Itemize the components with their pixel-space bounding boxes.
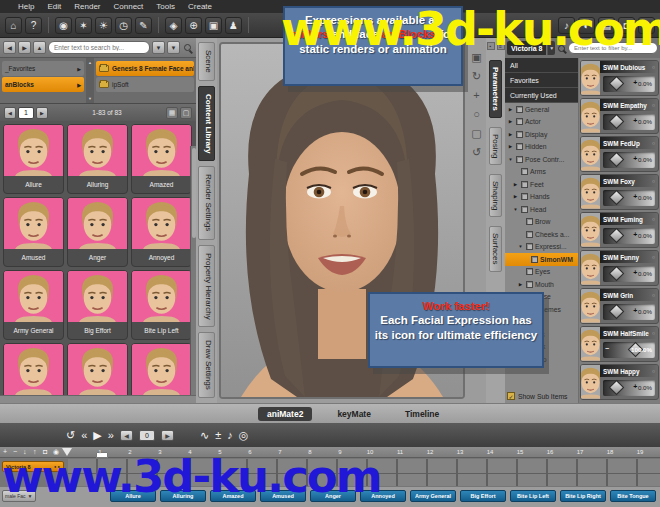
gear-icon[interactable]: ○ bbox=[652, 330, 655, 336]
expander-icon[interactable]: ▶ bbox=[507, 107, 514, 112]
tree-item-expressi[interactable]: ▼Expressi... bbox=[505, 241, 578, 254]
tree-item-hands[interactable]: ▶Hands bbox=[505, 191, 578, 204]
tree-item-simonwm[interactable]: SimonWM bbox=[505, 253, 578, 266]
tab-scene[interactable]: Scene bbox=[198, 42, 215, 81]
menu-edit[interactable]: Edit bbox=[47, 2, 61, 11]
tab-shaping[interactable]: Shaping bbox=[489, 174, 502, 217]
expression-thumb-bite-lip-right[interactable]: Bite Lip Right bbox=[3, 343, 64, 395]
expression-button-big-effort[interactable]: Big Effort bbox=[460, 490, 506, 502]
quick-filter-currently-used[interactable]: Currently Used bbox=[505, 88, 578, 103]
slider-handle[interactable] bbox=[609, 152, 625, 168]
folder-item-favorites[interactable]: _Favorites▶ bbox=[2, 61, 84, 76]
tree-item-eyes[interactable]: Eyes bbox=[505, 266, 578, 279]
tab-draw-settings[interactable]: Draw Settings bbox=[198, 332, 215, 398]
page-number[interactable]: 1 bbox=[18, 107, 34, 119]
expression-thumb-blow-kiss[interactable]: Blow Kiss bbox=[131, 343, 192, 395]
slider-swm-dubious[interactable]: SWM Dubious○+0.0% bbox=[580, 60, 659, 96]
tab-surfaces[interactable]: Surfaces bbox=[489, 226, 502, 272]
gear-icon[interactable]: ○ bbox=[652, 178, 655, 184]
tree-item-cheeks-a[interactable]: Cheeks a... bbox=[505, 228, 578, 241]
tab-content-library[interactable]: Content Library bbox=[198, 86, 215, 162]
slider-swm-grin[interactable]: SWM Grin○+0.0% bbox=[580, 288, 659, 324]
menu-create[interactable]: Create bbox=[188, 2, 212, 11]
daz-home-icon[interactable]: ⌂ bbox=[5, 17, 22, 34]
slider-handle[interactable] bbox=[609, 228, 625, 244]
forward-button[interactable]: ▶ bbox=[18, 41, 31, 54]
horizontal-scrollbar[interactable] bbox=[0, 395, 196, 403]
expression-thumb-anger[interactable]: Anger bbox=[67, 197, 128, 267]
search-icon[interactable] bbox=[184, 44, 191, 51]
view-large-icon[interactable]: ▢ bbox=[180, 107, 192, 119]
tree-item-general[interactable]: ▶General bbox=[505, 103, 578, 116]
reset-view-icon[interactable]: ↺ bbox=[472, 147, 481, 158]
expression-thumb-army-general[interactable]: Army General bbox=[3, 270, 64, 340]
new-light-icon[interactable]: ✶ bbox=[75, 17, 92, 34]
slider-handle[interactable] bbox=[609, 76, 625, 92]
skip-to-end-icon[interactable]: » bbox=[108, 430, 114, 441]
expander-icon[interactable]: ▶ bbox=[507, 119, 514, 124]
back-button[interactable]: ◀ bbox=[3, 41, 16, 54]
frame-icon[interactable]: ▢ bbox=[471, 128, 481, 139]
menu-tools[interactable]: Tools bbox=[156, 2, 175, 11]
quick-filter-all[interactable]: All bbox=[505, 58, 578, 73]
tree-item-arms[interactable]: Arms bbox=[505, 166, 578, 179]
slider-track[interactable]: −100.0% bbox=[603, 342, 655, 358]
slider-swm-fuming[interactable]: SWM Fuming○+0.0% bbox=[580, 212, 659, 248]
menu-help[interactable]: Help bbox=[18, 2, 34, 11]
subscene-icon[interactable]: ∿ bbox=[200, 430, 209, 441]
tab-parameters[interactable]: Parameters bbox=[489, 60, 502, 118]
expression-thumb-bite-tongue[interactable]: Bite Tongue bbox=[67, 343, 128, 395]
gear-icon[interactable]: ○ bbox=[652, 216, 655, 222]
gear-icon[interactable]: ○ bbox=[652, 254, 655, 260]
new-primitive-icon[interactable]: ▣ bbox=[205, 17, 222, 34]
new-figure-icon[interactable]: ♟ bbox=[225, 17, 242, 34]
slider-swm-halfsmile[interactable]: SWM HalfSmile○−100.0% bbox=[580, 326, 659, 362]
expander-icon[interactable]: ▼ bbox=[507, 157, 514, 162]
frame-counter[interactable]: 0 bbox=[139, 430, 155, 441]
expression-thumb-alluring[interactable]: Alluring bbox=[67, 124, 128, 194]
tree-item-actor[interactable]: ▶Actor bbox=[505, 116, 578, 129]
slider-handle[interactable] bbox=[609, 380, 625, 396]
expander-icon[interactable]: ▶ bbox=[507, 144, 514, 149]
slider-track[interactable]: +0.0% bbox=[603, 190, 655, 206]
folder-item-genesis-8-female-face-anblocks[interactable]: Genesis 8 Female Face anBlocks bbox=[96, 61, 194, 76]
page-next-button[interactable]: ▶ bbox=[36, 107, 48, 119]
expression-button-army-general[interactable]: Army General bbox=[410, 490, 456, 502]
expander-icon[interactable]: ▼ bbox=[512, 207, 519, 212]
slider-swm-empathy[interactable]: SWM Empathy○+0.0% bbox=[580, 98, 659, 134]
slider-swm-happy[interactable]: SWM Happy○+0.0% bbox=[580, 364, 659, 400]
expression-thumb-amazed[interactable]: Amazed bbox=[131, 124, 192, 194]
gear-icon[interactable]: ○ bbox=[652, 140, 655, 146]
new-camera-icon[interactable]: ◉ bbox=[55, 17, 72, 34]
tree-item-feet[interactable]: ▶Feet bbox=[505, 178, 578, 191]
new-group-icon[interactable]: ◈ bbox=[165, 17, 182, 34]
frame-step-back-button[interactable]: ◀ bbox=[120, 430, 133, 441]
add-audio-icon[interactable]: ♪ bbox=[227, 430, 233, 441]
skip-to-start-icon[interactable]: « bbox=[81, 430, 87, 441]
slider-handle[interactable] bbox=[609, 114, 625, 130]
pan-icon[interactable]: + bbox=[473, 90, 479, 101]
search-input[interactable] bbox=[48, 41, 150, 54]
slider-track[interactable]: +0.0% bbox=[603, 76, 655, 92]
tree-item-display[interactable]: ▶Display bbox=[505, 128, 578, 141]
expression-thumb-annoyed[interactable]: Annoyed bbox=[131, 197, 192, 267]
help-icon[interactable]: ? bbox=[25, 17, 42, 34]
tree-item-mouth[interactable]: ▶Mouth bbox=[505, 278, 578, 291]
zoom-icon[interactable]: ○ bbox=[473, 109, 480, 120]
slider-handle[interactable] bbox=[609, 304, 625, 320]
expression-button-bite-lip-right[interactable]: Bite Lip Right bbox=[560, 490, 606, 502]
menu-render[interactable]: Render bbox=[74, 2, 100, 11]
expander-icon[interactable]: ▼ bbox=[517, 244, 524, 249]
slider-swm-foxy[interactable]: SWM Foxy○+0.0% bbox=[580, 174, 659, 210]
gear-icon[interactable]: ○ bbox=[652, 102, 655, 108]
expander-icon[interactable]: ▶ bbox=[512, 194, 519, 199]
gear-icon[interactable]: ○ bbox=[652, 368, 655, 374]
new-spotlight-icon[interactable]: ☀ bbox=[95, 17, 112, 34]
tree-item-hidden[interactable]: ▶Hidden bbox=[505, 141, 578, 154]
show-sub-items-checkbox[interactable]: ✓Show Sub Items bbox=[505, 389, 578, 403]
slider-swm-funny[interactable]: SWM Funny○+0.0% bbox=[580, 250, 659, 286]
tab-keymate[interactable]: keyMate bbox=[328, 407, 380, 421]
slider-track[interactable]: +0.0% bbox=[603, 304, 655, 320]
slider-track[interactable]: +0.0% bbox=[603, 152, 655, 168]
tree-item-pose-contr[interactable]: ▼Pose Contr... bbox=[505, 153, 578, 166]
